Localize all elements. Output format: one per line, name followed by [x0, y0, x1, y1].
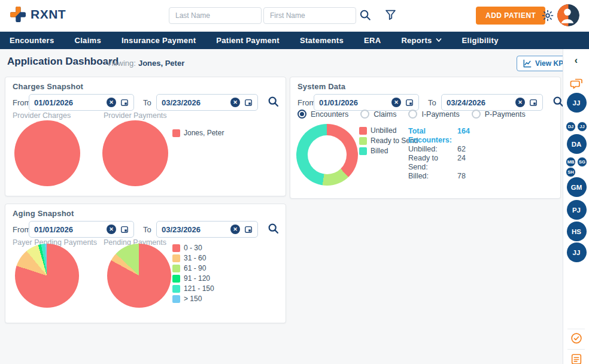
avatar-pj[interactable]: PJ	[567, 200, 587, 220]
chat-button[interactable]	[569, 77, 584, 93]
calendar-icon[interactable]	[120, 98, 129, 107]
radio-encounters[interactable]: Encounters	[297, 110, 348, 119]
aging-search-button[interactable]	[266, 222, 280, 236]
viewing-info: Viewing:Jones, Peter	[107, 59, 184, 68]
clear-date-icon[interactable]: ✕	[230, 98, 240, 107]
chat-bubbles-icon	[569, 84, 584, 93]
add-patient-button[interactable]: ADD PATIENT	[476, 7, 545, 25]
nav-item-encounters[interactable]: Encounters	[10, 36, 54, 45]
patient-search-button[interactable]	[357, 8, 373, 23]
tasks-button[interactable]	[570, 332, 583, 347]
legend-swatch	[172, 265, 180, 272]
date-value: 01/01/2026	[34, 225, 102, 234]
legend-label: 121 - 150	[184, 284, 214, 293]
settings-gear-button[interactable]	[540, 8, 555, 24]
date-value: 01/01/2026	[34, 98, 102, 107]
chevron-left-icon: ‹	[575, 55, 578, 65]
date-value: 03/23/2026	[162, 225, 226, 234]
legend-item-121-150: 121 - 150	[172, 284, 214, 293]
legend-item-jones-peter: Jones, Peter	[172, 129, 224, 137]
stat-value: 24	[457, 154, 466, 172]
nav-item-eligibility[interactable]: Eligibility	[462, 36, 499, 45]
legend-label: 61 - 90	[184, 264, 206, 272]
encounters-donut-chart	[296, 124, 358, 186]
calendar-icon[interactable]	[244, 98, 253, 107]
first-name-input[interactable]	[263, 7, 356, 24]
radio-p-payments[interactable]: P-Payments	[472, 110, 526, 119]
avatar-jj[interactable]: JJ	[567, 93, 587, 113]
aging-to-date-input[interactable]: 03/23/2026✕	[156, 221, 258, 238]
avatar-sg[interactable]: SG	[577, 157, 587, 167]
brand-name: RXNT	[31, 7, 66, 22]
avatar-da[interactable]: DA	[567, 134, 587, 154]
legend-swatch	[359, 147, 367, 155]
radio-i-payments[interactable]: I-Payments	[408, 110, 459, 119]
avatar-jj[interactable]: JJ	[567, 242, 587, 262]
avatar-gm[interactable]: GM	[567, 177, 587, 197]
avatar-jj[interactable]: JJ	[577, 122, 587, 132]
card-title: System Data	[297, 82, 345, 91]
avatar-dj[interactable]: DJ	[566, 122, 576, 132]
avatar-row: JJ	[563, 93, 589, 113]
radio-claims[interactable]: Claims	[360, 110, 396, 119]
nav-item-label: Insurance Payment	[122, 36, 196, 45]
clear-date-icon[interactable]: ✕	[391, 98, 401, 107]
avatar-row: GM	[563, 177, 589, 197]
clear-date-icon[interactable]: ✕	[107, 225, 116, 234]
avatar-sh[interactable]: SH	[566, 167, 576, 177]
nav-item-label: Reports	[401, 36, 432, 45]
radio-label: Encounters	[311, 110, 348, 119]
clear-date-icon[interactable]: ✕	[107, 98, 116, 107]
radio-label: P-Payments	[485, 110, 526, 119]
nav-item-era[interactable]: ERA	[364, 36, 381, 45]
nav-item-statements[interactable]: Statements	[300, 36, 344, 45]
from-label: From	[297, 98, 314, 107]
last-name-input[interactable]	[169, 7, 262, 24]
legend-swatch	[359, 137, 367, 145]
nav-item-patient-payment[interactable]: Patient Payment	[216, 36, 280, 45]
legend-item-61-90: 61 - 90	[172, 264, 214, 272]
user-avatar[interactable]	[557, 4, 579, 26]
clear-date-icon[interactable]: ✕	[515, 98, 525, 107]
calendar-icon[interactable]	[405, 98, 414, 107]
document-lines-icon	[570, 359, 583, 364]
legend-swatch	[172, 285, 180, 293]
rxnt-cross-icon	[10, 6, 26, 23]
viewing-label: Viewing:	[107, 59, 136, 68]
clear-date-icon[interactable]: ✕	[230, 225, 240, 234]
calendar-icon[interactable]	[529, 98, 538, 107]
collapse-rail-button[interactable]: ‹	[563, 55, 589, 66]
legend-item-150: > 150	[172, 295, 214, 303]
charges-to-date-input[interactable]: 03/23/2026✕	[156, 94, 258, 111]
nav-item-claims[interactable]: Claims	[75, 36, 101, 45]
radio-label: I-Payments	[421, 110, 459, 119]
calendar-icon[interactable]	[120, 225, 129, 233]
search-icon	[267, 228, 280, 236]
legend-item-91-120: 91 - 120	[172, 274, 214, 283]
divider	[567, 349, 585, 350]
forms-button[interactable]	[570, 353, 583, 364]
avatar-hs[interactable]: HS	[567, 222, 587, 241]
system-to-date-input[interactable]: 03/24/2026✕	[441, 94, 543, 111]
aging-date-filter: From01/01/2026✕To03/23/2026✕	[13, 221, 280, 238]
nav-item-reports[interactable]: Reports	[401, 36, 441, 45]
charges-from-date-input[interactable]: 01/01/2026✕	[29, 94, 134, 111]
filter-button[interactable]	[382, 8, 398, 23]
aging-from-date-input[interactable]: 01/01/2026✕	[29, 221, 134, 238]
system-from-date-input[interactable]: 01/01/2026✕	[314, 94, 419, 111]
nav-item-insurance-payment[interactable]: Insurance Payment	[122, 36, 196, 45]
right-rail: ‹ JJDJJJDAMBSGSHGMPJHSJJ	[563, 49, 589, 364]
charges-search-button[interactable]	[266, 95, 280, 110]
legend-label: Billed	[371, 147, 388, 155]
legend-label: Jones, Peter	[184, 129, 224, 137]
avatar-mb[interactable]: MB	[566, 157, 576, 167]
avatar-row: MBSGSH	[563, 157, 589, 177]
rxnt-billing-dashboard: RXNT ADD PATIENT	[0, 0, 589, 364]
calendar-icon[interactable]	[244, 225, 253, 233]
rxnt-logo[interactable]: RXNT	[10, 6, 66, 23]
provider-payments-label: Provider Payments	[104, 111, 167, 120]
provider-charges-label: Provider Charges	[13, 111, 71, 120]
app-header: RXNT ADD PATIENT	[0, 0, 589, 32]
provider-payments-pie-chart	[102, 120, 168, 186]
charges-legend: Jones, Peter	[172, 129, 224, 137]
